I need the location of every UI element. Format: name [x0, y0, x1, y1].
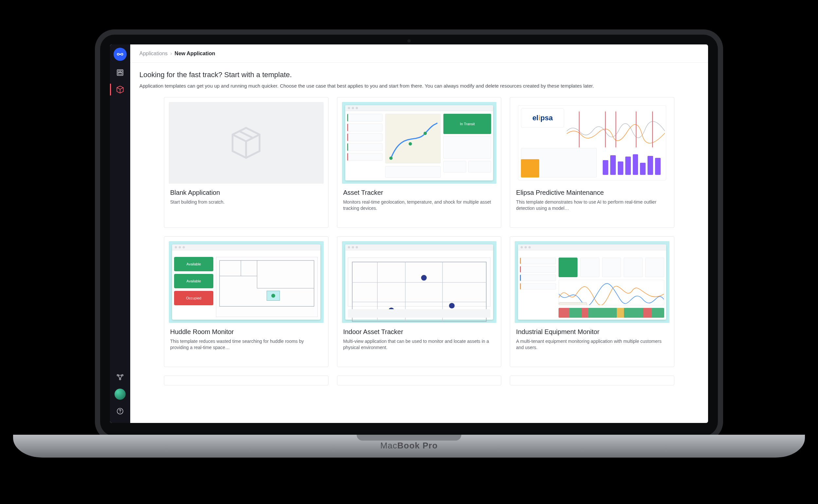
sidebar-item-applications[interactable]	[110, 81, 130, 98]
template-description: Monitors real-time geolocation, temperat…	[343, 199, 495, 212]
elipsa-logo: elipsa	[521, 108, 564, 128]
template-thumb: elipsa	[515, 102, 670, 184]
template-title: Indoor Asset Tracker	[343, 328, 495, 336]
template-card-placeholder[interactable]	[337, 376, 502, 385]
svg-rect-1	[118, 71, 120, 72]
bar-chart-icon	[600, 148, 663, 177]
laptop-base: MacBook Pro	[13, 435, 805, 458]
laptop-bezel: Applications › New Application Looking f…	[100, 35, 718, 436]
template-card-industrial[interactable]: Industrial Equipment Monitor A multi-ten…	[510, 236, 674, 367]
template-thumb	[342, 241, 497, 323]
svg-point-31	[449, 303, 454, 308]
floorplan-icon	[218, 259, 315, 308]
template-card-elipsa[interactable]: elipsa	[510, 97, 674, 228]
svg-point-6	[119, 378, 120, 380]
template-description: A multi-tenant equipment monitoring appl…	[516, 338, 668, 351]
template-title: Industrial Equipment Monitor	[516, 328, 668, 336]
brand-logo[interactable]	[113, 48, 127, 61]
page-subheading: Application templates can get you up and…	[139, 82, 699, 90]
svg-point-30	[421, 275, 427, 280]
sidebar-item-dashboards[interactable]	[110, 64, 130, 81]
status-pill-available: Available	[174, 257, 213, 271]
status-pill-available: Available	[174, 274, 213, 288]
template-thumb	[169, 102, 324, 184]
template-grid-next-row	[164, 376, 674, 385]
device-frame: Applications › New Application Looking f…	[0, 0, 818, 504]
status-tile-running	[558, 258, 577, 277]
breadcrumb-leaf: New Application	[175, 51, 215, 57]
svg-point-8	[120, 412, 120, 413]
main-panel: Looking for the fast track? Start with a…	[130, 63, 708, 393]
sidebar-item-graph[interactable]	[110, 369, 130, 386]
template-title: Elipsa Predictive Maintenance	[516, 189, 668, 196]
timeseries-icon	[558, 280, 664, 305]
svg-point-10	[408, 142, 412, 145]
sidebar-item-help[interactable]	[110, 403, 130, 420]
camera-dot	[407, 39, 411, 42]
generator-icon	[559, 302, 587, 305]
template-thumb	[515, 241, 670, 323]
template-description: This template reduces wasted time search…	[170, 338, 322, 351]
svg-point-11	[423, 131, 427, 135]
template-thumb: In Transit	[342, 102, 497, 184]
template-card-placeholder[interactable]	[510, 376, 674, 385]
app-screen: Applications › New Application Looking f…	[110, 44, 708, 423]
template-card-asset-tracker[interactable]: In Transit	[337, 97, 502, 228]
svg-point-9	[389, 156, 392, 160]
sidebar-item-avatar[interactable]	[110, 386, 130, 403]
package-outline-icon	[228, 125, 264, 161]
help-icon	[116, 407, 124, 415]
template-card-indoor[interactable]: Indoor Asset Tracker Multi-view applicat…	[337, 236, 502, 367]
status-pill-occupied: Occupied	[174, 291, 213, 305]
graph-icon	[116, 373, 124, 381]
content-area: Applications › New Application Looking f…	[130, 44, 708, 423]
template-grid: Blank Application Start building from sc…	[164, 97, 674, 367]
template-title: Asset Tracker	[343, 189, 495, 196]
status-band: In Transit	[443, 114, 491, 134]
template-card-blank[interactable]: Blank Application Start building from sc…	[164, 97, 329, 228]
breadcrumb-root[interactable]: Applications	[139, 51, 167, 57]
template-card-huddle[interactable]: Available Available Occupied	[164, 236, 329, 367]
widgets-icon	[116, 69, 124, 76]
spark-chart-icon	[567, 108, 665, 151]
chevron-right-icon: ›	[170, 51, 172, 57]
svg-rect-2	[120, 71, 122, 72]
template-card-placeholder[interactable]	[164, 376, 329, 385]
template-description: Start building from scratch.	[170, 199, 322, 206]
laptop-lid: Applications › New Application Looking f…	[95, 29, 723, 441]
sidebar	[110, 44, 130, 423]
template-description: Multi-view application that can be used …	[343, 338, 495, 351]
package-icon	[116, 85, 124, 94]
svg-point-23	[271, 294, 275, 297]
breadcrumb: Applications › New Application	[130, 44, 708, 63]
svg-rect-3	[118, 73, 122, 75]
page-heading: Looking for the fast track? Start with a…	[139, 71, 699, 79]
avatar-icon	[114, 389, 126, 400]
template-title: Huddle Room Monitor	[170, 328, 322, 336]
device-brand-label: MacBook Pro	[380, 441, 438, 451]
infinity-icon	[116, 51, 124, 58]
heatmap-icon	[558, 308, 664, 318]
template-thumb: Available Available Occupied	[169, 241, 324, 323]
template-title: Blank Application	[170, 189, 322, 196]
template-description: This template demonstrates how to use AI…	[516, 199, 668, 212]
